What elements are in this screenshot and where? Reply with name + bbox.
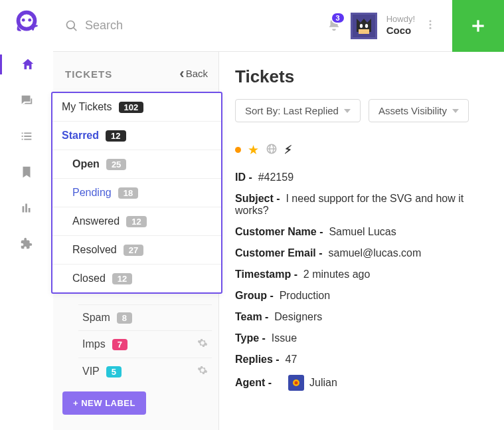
count-badge: 8 [117,312,132,324]
sort-by-dropdown[interactable]: Sort By: Last Replied [235,99,361,122]
svg-point-15 [295,381,298,385]
nav-list-icon[interactable] [17,126,37,146]
nav-analytics-icon[interactable] [17,198,37,218]
user-avatar[interactable] [351,13,377,39]
dropdown-item-closed[interactable]: Closed 12 [52,265,221,292]
add-button[interactable] [452,0,504,52]
notification-count-badge: 3 [331,12,345,24]
nav-rail [0,0,53,430]
search-icon [65,19,78,33]
label-settings-button[interactable] [197,365,208,378]
field-replies: Replies - 47 [235,349,488,370]
svg-point-3 [28,19,31,22]
svg-point-5 [359,24,362,28]
field-customer-name: Customer Name - Samuel Lucas [235,221,488,243]
field-subject: Subject - I need support for the SVG and… [235,188,488,221]
count-badge: 7 [112,339,127,350]
user-greeting: Howdy! Coco [386,14,415,37]
ticket-details-panel: Tickets Sort By: Last Replied Assets Vis… [219,52,504,430]
new-label-button[interactable]: + NEW LABEL [62,391,146,415]
dropdown-item-resolved[interactable]: Resolved 27 [52,236,221,265]
count-badge: 5 [106,366,122,377]
sidebar-title: TICKETS [65,68,112,80]
nav-plugins-icon[interactable] [17,234,37,254]
count-badge: 27 [124,245,143,256]
field-type: Type - Issue [235,328,488,349]
count-badge: 25 [106,159,126,170]
field-customer-email: Customer Email - samuel@lucas.com [235,243,488,264]
nav-chat-icon[interactable] [17,90,37,110]
count-badge: 12 [106,130,126,142]
field-agent: Agent - Julian [235,370,488,395]
details-heading: Tickets [235,66,488,87]
app-logo [11,8,42,39]
ticket-status-icons: ★ ⚡︎ [235,137,488,167]
search-input[interactable]: Search [65,19,327,33]
more-vertical-icon [424,19,436,31]
nav-bookmark-icon[interactable] [17,162,37,182]
count-badge: 12 [126,216,146,227]
assets-visibility-dropdown[interactable]: Assets Visibility [369,99,469,122]
svg-point-10 [430,27,432,29]
svg-point-6 [365,24,367,28]
agent-avatar [288,375,304,391]
count-badge: 18 [118,187,138,199]
count-badge: 102 [119,102,144,113]
svg-point-2 [22,19,25,22]
topbar: Search 3 Howdy! Coco [53,0,504,52]
field-group: Group - Production [235,285,488,306]
svg-point-8 [430,20,432,22]
star-icon[interactable]: ★ [248,142,259,158]
gear-icon [197,338,208,348]
field-timestamp: Timestamp - 2 minutes ago [235,264,488,285]
tickets-filter-dropdown: My Tickets 102 Starred 12 Open 25 Pendin… [51,92,222,294]
label-settings-button[interactable] [197,338,208,351]
search-placeholder: Search [85,19,123,33]
plus-icon [469,17,487,35]
user-menu-button[interactable] [424,19,436,33]
svg-point-9 [430,23,432,25]
label-row-vip[interactable]: VIP 5 [78,358,212,385]
label-row-spam[interactable]: Spam 8 [78,304,212,330]
bolt-icon: ⚡︎ [284,143,292,157]
field-team: Team - Designers [235,306,488,328]
gear-icon [197,365,208,376]
notifications-button[interactable]: 3 [327,17,341,35]
dropdown-item-open[interactable]: Open 25 [52,150,221,179]
field-id: ID - #42159 [235,167,488,188]
status-dot-icon [235,147,241,153]
dropdown-item-pending[interactable]: Pending 18 [52,179,221,207]
svg-rect-7 [359,29,369,34]
dropdown-item-answered[interactable]: Answered 12 [52,207,221,236]
label-row-imps[interactable]: Imps 7 [78,330,212,358]
dropdown-item-starred[interactable]: Starred 12 [52,122,221,150]
dropdown-item-my-tickets[interactable]: My Tickets 102 [52,93,221,122]
back-button[interactable]: Back [179,65,208,82]
count-badge: 12 [112,273,132,284]
globe-icon [266,143,278,158]
nav-home-icon[interactable] [0,54,53,74]
